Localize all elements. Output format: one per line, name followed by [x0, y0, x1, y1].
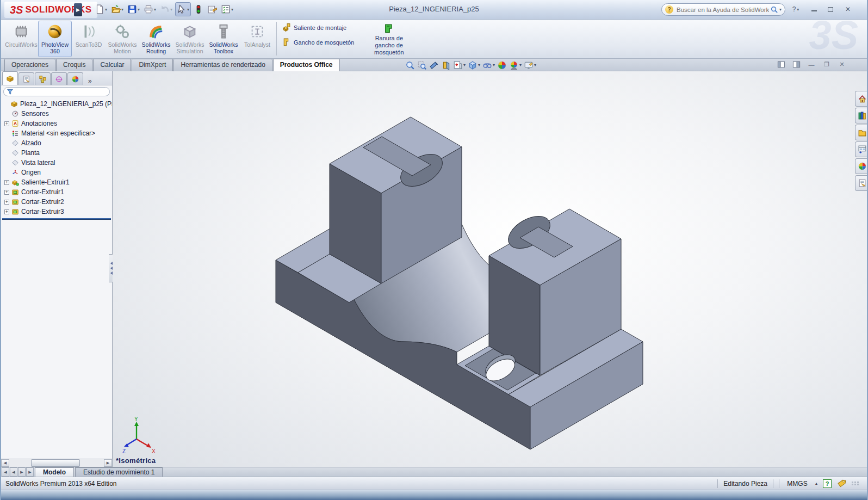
search-magnifier-icon[interactable] — [770, 5, 778, 14]
zoom-fit-button[interactable] — [405, 60, 416, 71]
dropdown-arrow-icon[interactable]: ▾ — [519, 63, 522, 67]
go-first-tab-button[interactable]: ◀ — [2, 467, 9, 477]
tree-item-cortar-extruir1[interactable]: +Cortar-Extruir1 — [1, 187, 112, 197]
tree-item-saliente-extruir1[interactable]: +Saliente-Extruir1 — [1, 177, 112, 187]
tree-root-item[interactable]: Pieza_12_INGENIERIA_p25 (Pred — [1, 99, 112, 109]
go-last-tab-button[interactable]: ▶ — [26, 467, 34, 477]
resize-grip[interactable] — [852, 482, 859, 485]
tab-operaciones[interactable]: Operaciones — [4, 59, 55, 71]
ribbon-button-circuitworks[interactable]: CircuitWorks — [4, 21, 38, 51]
tab-calcular[interactable]: Calcular — [93, 59, 131, 71]
tree-item-planta[interactable]: Planta — [1, 148, 112, 158]
ribbon-button-tolanalyst[interactable]: TolAnalyst — [240, 21, 274, 51]
minimize-button[interactable] — [807, 4, 821, 14]
panel-tab-dimxpertmanager[interactable] — [51, 72, 67, 85]
dropdown-arrow-icon[interactable]: ▾ — [534, 63, 536, 67]
tree-item-sensores[interactable]: Sensores — [1, 109, 112, 119]
expand-toggle[interactable]: + — [4, 209, 9, 214]
taskpane-appearances-button[interactable] — [855, 158, 868, 174]
panel-tabs-overflow[interactable]: » — [88, 77, 92, 85]
zoom-area-button[interactable] — [417, 60, 427, 71]
tree-item-vista-lateral[interactable]: Vista lateral — [1, 158, 112, 168]
ribbon-button-scanto3d[interactable]: ScanTo3D — [72, 21, 106, 51]
panel-tab-featuremanager[interactable] — [2, 71, 18, 85]
help-button[interactable]: ?▾ — [789, 4, 803, 14]
tab-dimxpert[interactable]: DimXpert — [132, 59, 173, 71]
previous-view-button[interactable] — [429, 60, 439, 71]
scroll-thumb[interactable] — [31, 459, 80, 467]
panel-tab-propertymanager[interactable] — [18, 72, 34, 85]
doc-close-button[interactable]: ✕ — [836, 60, 847, 69]
tab-productos-office[interactable]: Productos Office — [273, 59, 340, 71]
view-settings-button[interactable]: ▾ — [523, 60, 537, 71]
tree-item-cortar-extruir2[interactable]: +Cortar-Extruir2 — [1, 197, 112, 207]
search-dropdown-arrow[interactable]: ▾ — [779, 7, 782, 12]
doc-restore-button[interactable]: ❐ — [821, 60, 832, 69]
taskpane-file-explorer-button[interactable] — [855, 125, 868, 140]
next-tab-button[interactable]: ▶ — [18, 467, 26, 477]
rollback-bar[interactable] — [2, 218, 111, 220]
expand-toggle[interactable]: + — [4, 200, 9, 205]
panel-tab-configurationmanager[interactable] — [35, 72, 51, 85]
taskpane-solidworks-resources-button[interactable] — [855, 91, 868, 107]
taskpane-view-palette-button[interactable] — [855, 141, 868, 157]
material-icon — [11, 129, 19, 137]
tree-item-material-sin-especificar-[interactable]: Material <sin especificar> — [1, 128, 112, 138]
expand-toggle[interactable]: + — [4, 121, 9, 126]
graphics-viewport[interactable]: Y X Z *Isométrica — [113, 71, 868, 467]
edit-appearance-button[interactable] — [497, 60, 507, 71]
scroll-right-arrow[interactable]: ▶ — [104, 459, 112, 467]
tree-item-anotaciones[interactable]: +AAnotaciones — [1, 119, 112, 128]
tag-icon[interactable] — [837, 479, 846, 488]
model-tab-estudio-de-movimiento-1[interactable]: Estudio de movimiento 1 — [75, 467, 163, 477]
search-input[interactable] — [675, 6, 770, 14]
panel-horizontal-scrollbar[interactable]: ◀ ▶ — [1, 459, 112, 467]
apply-scene-button[interactable]: ▾ — [509, 60, 522, 71]
ribbon-tool-label: Saliente de montaje — [294, 24, 346, 31]
part-icon — [10, 100, 18, 108]
ribbon-button-toolbox[interactable]: SolidWorks Toolbox — [207, 21, 240, 57]
taskpane-design-library-button[interactable] — [855, 108, 868, 124]
close-button[interactable]: ✕ — [841, 4, 855, 14]
tree-item-label: Alzado — [21, 139, 41, 147]
dropdown-arrow-icon[interactable]: ▾ — [493, 63, 495, 67]
section-view-button[interactable] — [441, 60, 451, 71]
tab-croquis[interactable]: Croquis — [56, 59, 92, 71]
collapse-right-button[interactable] — [791, 60, 802, 69]
tree-item-alzado[interactable]: Alzado — [1, 138, 112, 148]
panel-tab-displaymanager[interactable] — [67, 72, 83, 85]
status-right-cluster: Editando Pieza MMGS ▴ ? — [717, 479, 859, 488]
quick-tips-icon[interactable]: ? — [823, 479, 832, 488]
units-dropdown-arrow[interactable]: ▴ — [815, 481, 817, 486]
hide-show-items-button[interactable]: ▾ — [482, 60, 495, 71]
dropdown-arrow-icon[interactable]: ▾ — [478, 63, 480, 67]
part-3d-view[interactable] — [113, 71, 868, 467]
doc-minimize-button[interactable]: — — [806, 60, 817, 69]
ribbon-tool-hook-slot[interactable]: Ranura de gancho de mosquetón — [364, 22, 414, 58]
help-search-box[interactable]: ? ▾ — [661, 3, 785, 16]
tab-herramientas-de-renderizado[interactable]: Herramientas de renderizado — [173, 59, 272, 71]
display-style-button[interactable]: ▾ — [467, 60, 481, 71]
maximize-button[interactable] — [823, 4, 838, 14]
ribbon-tool-1[interactable]: Gancho de mosquetón — [280, 36, 356, 48]
tree-filter-input[interactable] — [3, 87, 110, 96]
collapse-left-button[interactable] — [776, 60, 786, 69]
scroll-left-arrow[interactable]: ◀ — [1, 459, 9, 467]
units-selector[interactable]: MMGS — [785, 480, 810, 487]
ribbon-tool-0[interactable]: Saliente de montaje — [280, 22, 356, 33]
ribbon-button-motion[interactable]: SolidWorks Motion — [106, 21, 139, 57]
ribbon-button-photoview[interactable]: PhotoView 360 — [38, 21, 72, 57]
view-orientation-button[interactable]: ▾ — [452, 60, 466, 71]
taskpane-custom-properties-button[interactable] — [855, 175, 868, 191]
prev-tab-button[interactable]: ◀ — [10, 467, 17, 477]
toolbox-tools-group: Saliente de montajeGancho de mosquetónRa… — [280, 22, 414, 58]
dropdown-arrow-icon[interactable]: ▾ — [463, 63, 466, 67]
model-tab-modelo[interactable]: Modelo — [35, 467, 74, 477]
tree-item-cortar-extruir3[interactable]: +Cortar-Extruir3 — [1, 207, 112, 217]
tree-item-label: Saliente-Extruir1 — [21, 178, 70, 186]
expand-toggle[interactable]: + — [4, 180, 9, 185]
expand-toggle[interactable]: + — [4, 190, 9, 195]
ribbon-button-simulation[interactable]: SolidWorks Simulation — [173, 21, 207, 57]
tree-item-origen[interactable]: Origen — [1, 168, 112, 177]
ribbon-button-routing[interactable]: SolidWorks Routing — [139, 21, 173, 57]
